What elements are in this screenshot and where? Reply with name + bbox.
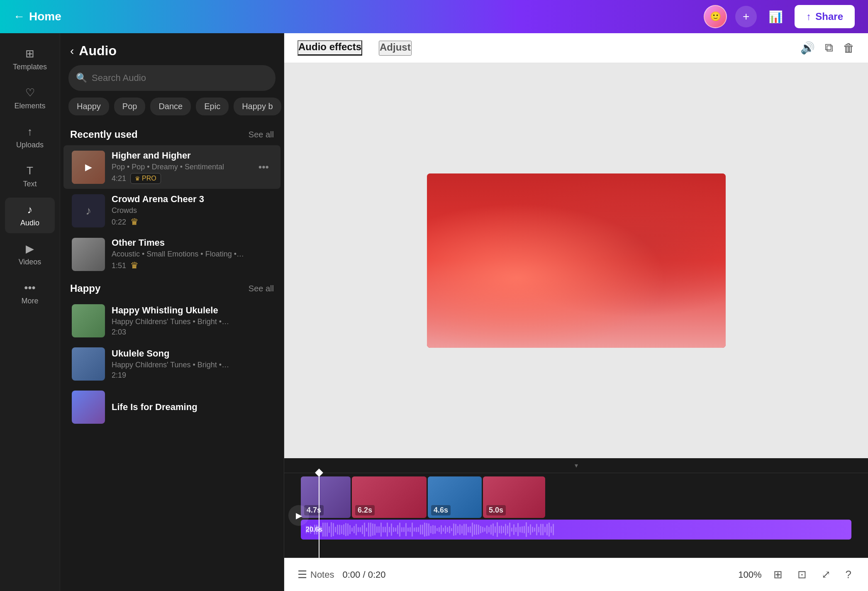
recently-used-section: Recently used See all bbox=[60, 122, 284, 145]
uploads-icon: ↑ bbox=[27, 125, 33, 138]
playhead bbox=[319, 473, 319, 558]
happy-see-all[interactable]: See all bbox=[249, 284, 274, 293]
sidebar: ⊞ Templates ♡ Elements ↑ Uploads T Text … bbox=[0, 33, 60, 591]
share-button[interactable]: ↑ Share bbox=[795, 5, 855, 28]
play-button[interactable]: ▶ bbox=[288, 505, 309, 526]
right-area: Audio effects Adjust 🔊 ⧉ 🗑 ▾ bbox=[284, 33, 868, 591]
track-info: Other Times Acoustic • Small Emotions • … bbox=[112, 237, 272, 271]
track-info: Ukulele Song Happy Childrens' Tunes • Br… bbox=[112, 348, 272, 380]
track-thumbnail bbox=[72, 347, 105, 381]
track-name: Ukulele Song bbox=[112, 348, 272, 359]
sidebar-item-templates[interactable]: ⊞ Templates bbox=[5, 42, 55, 77]
tag-pop[interactable]: Pop bbox=[114, 98, 146, 115]
sidebar-item-more[interactable]: ••• More bbox=[5, 276, 55, 311]
track-more-button[interactable]: ••• bbox=[255, 158, 272, 176]
collapse-timeline-button[interactable]: ▾ bbox=[575, 462, 578, 469]
time-total: 0:20 bbox=[368, 569, 386, 580]
notes-label: Notes bbox=[310, 569, 334, 580]
people-photo bbox=[427, 173, 726, 348]
track-meta: 2:03 bbox=[112, 328, 272, 337]
sidebar-item-audio[interactable]: ♪ Audio bbox=[5, 198, 55, 233]
audio-track[interactable]: 20.6s bbox=[301, 520, 851, 540]
track-thumbnail bbox=[72, 391, 105, 424]
list-item[interactable]: Life Is for Dreaming bbox=[63, 386, 280, 429]
track-info: Life Is for Dreaming bbox=[112, 402, 272, 413]
tag-happy[interactable]: Happy bbox=[68, 98, 109, 115]
crown-icon: ♛ bbox=[130, 260, 139, 271]
more-icon: ••• bbox=[24, 281, 35, 294]
track-duration: 4:21 bbox=[112, 174, 126, 183]
uploads-label: Uploads bbox=[16, 141, 44, 149]
track-tags: Acoustic • Small Emotions • Floating •… bbox=[112, 250, 272, 259]
timeline-clip[interactable]: 4.6s bbox=[428, 476, 482, 518]
templates-icon: ⊞ bbox=[25, 47, 34, 60]
zoom-display: 100% bbox=[738, 569, 761, 580]
volume-button[interactable]: 🔊 bbox=[800, 41, 815, 55]
track-name: Other Times bbox=[112, 237, 272, 248]
track-tags: Crowds bbox=[112, 206, 272, 215]
list-item[interactable]: ▶ Higher and Higher Pop • Pop • Dreamy •… bbox=[63, 145, 280, 189]
tab-adjust[interactable]: Adjust bbox=[379, 41, 412, 56]
add-button[interactable]: + bbox=[735, 6, 757, 27]
expand-button[interactable]: ⤢ bbox=[818, 565, 834, 584]
sidebar-item-uploads[interactable]: ↑ Uploads bbox=[5, 120, 55, 155]
sidebar-item-videos[interactable]: ▶ Videos bbox=[5, 237, 55, 272]
sidebar-item-elements[interactable]: ♡ Elements bbox=[5, 81, 55, 116]
clip-duration: 5.0s bbox=[486, 505, 506, 515]
tag-happyb[interactable]: Happy b bbox=[234, 98, 281, 115]
notes-icon: ☰ bbox=[297, 568, 307, 581]
track-duration: 0:22 bbox=[112, 218, 126, 227]
templates-label: Templates bbox=[13, 63, 47, 71]
audio-label: Audio bbox=[20, 219, 39, 227]
play-overlay: ▶ bbox=[72, 151, 105, 184]
track-name: Crowd Arena Cheer 3 bbox=[112, 194, 272, 205]
track-tags: Happy Childrens' Tunes • Bright •… bbox=[112, 317, 272, 326]
tab-audio-effects[interactable]: Audio effects bbox=[297, 40, 362, 56]
search-input[interactable] bbox=[68, 65, 276, 91]
avatar[interactable]: 🙂 bbox=[704, 5, 727, 28]
elements-label: Elements bbox=[14, 102, 45, 110]
timeline-header: ▾ bbox=[284, 458, 868, 473]
timeline-clip[interactable]: 5.0s bbox=[483, 476, 545, 518]
list-item[interactable]: ♪ Crowd Arena Cheer 3 Crowds 0:22 ♛ bbox=[63, 189, 280, 232]
help-button[interactable]: ? bbox=[842, 565, 855, 584]
layout-button[interactable]: ⊡ bbox=[794, 565, 810, 584]
pro-label: PRO bbox=[142, 175, 156, 182]
audio-back-button[interactable]: ‹ bbox=[70, 44, 74, 58]
list-item[interactable]: Happy Whistling Ukulele Happy Childrens'… bbox=[63, 299, 280, 342]
effects-bar-actions: 🔊 ⧉ 🗑 bbox=[800, 41, 855, 55]
list-item[interactable]: Ukulele Song Happy Childrens' Tunes • Br… bbox=[63, 342, 280, 386]
back-arrow-icon: ← bbox=[13, 10, 25, 23]
tag-dance[interactable]: Dance bbox=[150, 98, 191, 115]
home-label: Home bbox=[29, 10, 61, 23]
audio-icon: ♪ bbox=[27, 203, 33, 216]
time-separator: / bbox=[363, 569, 368, 580]
text-icon: T bbox=[27, 164, 33, 177]
crown-icon: ♛ bbox=[130, 217, 139, 227]
audio-header: ‹ Audio bbox=[60, 33, 284, 65]
time-display: 0:00 / 0:20 bbox=[342, 569, 385, 580]
recently-used-see-all[interactable]: See all bbox=[249, 130, 274, 139]
track-meta: 2:19 bbox=[112, 371, 272, 380]
track-name: Higher and Higher bbox=[112, 150, 249, 161]
fit-screen-button[interactable]: ⊞ bbox=[770, 565, 786, 584]
play-icon: ▶ bbox=[85, 162, 92, 173]
audio-panel-title: Audio bbox=[79, 43, 117, 59]
duplicate-button[interactable]: ⧉ bbox=[825, 41, 833, 55]
sidebar-item-text[interactable]: T Text bbox=[5, 159, 55, 194]
notes-button[interactable]: ☰ Notes bbox=[297, 568, 334, 581]
videos-icon: ▶ bbox=[26, 242, 34, 255]
happy-title: Happy bbox=[70, 283, 100, 294]
main-layout: ⊞ Templates ♡ Elements ↑ Uploads T Text … bbox=[0, 33, 868, 591]
track-info: Crowd Arena Cheer 3 Crowds 0:22 ♛ bbox=[112, 194, 272, 227]
list-item[interactable]: Other Times Acoustic • Small Emotions • … bbox=[63, 232, 280, 276]
home-button[interactable]: ← Home bbox=[13, 10, 61, 23]
timeline-clip[interactable]: 6.2s bbox=[352, 476, 427, 518]
analytics-button[interactable]: 📊 bbox=[765, 7, 786, 27]
delete-button[interactable]: 🗑 bbox=[843, 41, 855, 55]
track-duration: 1:51 bbox=[112, 261, 126, 270]
recently-used-title: Recently used bbox=[70, 129, 138, 140]
track-meta: 0:22 ♛ bbox=[112, 217, 272, 227]
tag-epic[interactable]: Epic bbox=[196, 98, 229, 115]
track-thumbnail: ▶ bbox=[72, 151, 105, 184]
